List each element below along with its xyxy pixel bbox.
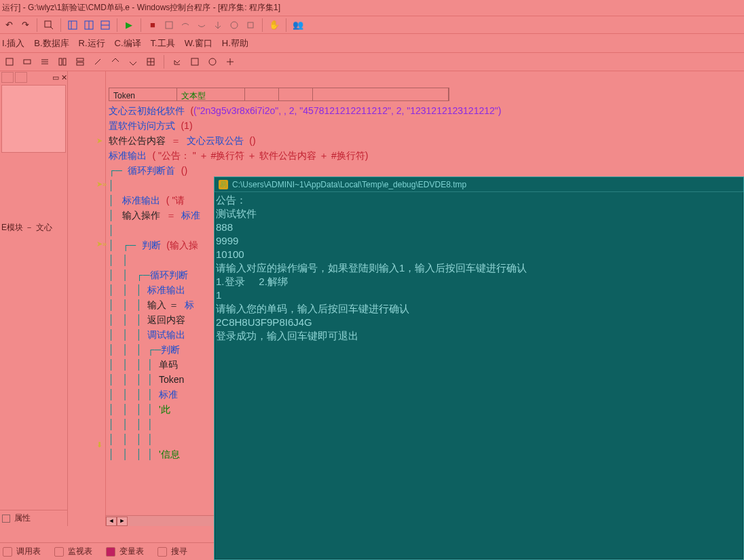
console-titlebar[interactable]: 易 C:\Users\ADMINI~1\AppData\Local\Temp\e… xyxy=(215,177,743,192)
sheet-icon xyxy=(2,515,10,523)
toolbar-separator xyxy=(60,18,61,32)
tab-calltable[interactable]: 调用表 xyxy=(16,546,41,557)
svg-rect-11 xyxy=(248,22,253,28)
svg-rect-12 xyxy=(6,58,13,65)
tb-icon[interactable] xyxy=(143,54,158,69)
panel-tab[interactable] xyxy=(1,72,14,83)
panel-tab[interactable] xyxy=(15,72,27,83)
svg-line-21 xyxy=(95,59,100,64)
layout3-icon[interactable] xyxy=(98,18,113,33)
toolbar-separator xyxy=(117,18,117,32)
svg-line-1 xyxy=(50,26,53,29)
panel-pin-icon[interactable]: ▭ ✕ xyxy=(52,73,67,82)
step3-icon[interactable] xyxy=(194,18,209,33)
tab-search[interactable]: 搜寻 xyxy=(171,546,187,557)
app-icon: 易 xyxy=(219,180,228,189)
tb-icon[interactable] xyxy=(2,54,17,69)
svg-rect-8 xyxy=(166,22,172,29)
arrow-icon: ➤» xyxy=(96,240,107,248)
tb-icon[interactable] xyxy=(126,54,141,69)
layout1-icon[interactable] xyxy=(65,18,80,33)
svg-point-26 xyxy=(209,58,216,65)
arrow-icon: ⬇ xyxy=(96,441,103,449)
undo-icon[interactable]: ↶ xyxy=(1,18,16,33)
svg-rect-17 xyxy=(59,58,62,65)
svg-point-10 xyxy=(231,22,238,29)
tb-icon[interactable] xyxy=(108,54,123,69)
tb-icon[interactable] xyxy=(20,54,35,69)
menu-help[interactable]: H.帮助 xyxy=(222,37,248,50)
step5-icon[interactable] xyxy=(227,18,242,33)
tab-icon xyxy=(54,547,64,557)
left-panel: ▭ ✕ E模块 － 文心 属性 xyxy=(0,71,68,526)
tab-vars[interactable]: 变量表 xyxy=(119,546,144,557)
layout2-icon[interactable] xyxy=(81,18,96,33)
toolbar-separator xyxy=(37,18,37,32)
menubar: I.插入 B.数据库 R.运行 C.编译 T.工具 W.窗口 H.帮助 xyxy=(0,34,744,53)
menu-run[interactable]: R.运行 xyxy=(79,37,105,50)
menu-database[interactable]: B.数据库 xyxy=(34,37,69,50)
panel-body xyxy=(1,85,66,153)
properties-tab[interactable]: 属性 xyxy=(0,510,67,526)
menu-insert[interactable]: I.插入 xyxy=(2,37,24,50)
tab-icon xyxy=(157,547,167,557)
step4-icon[interactable] xyxy=(210,18,225,33)
tb-icon[interactable] xyxy=(37,54,52,69)
svg-rect-20 xyxy=(77,62,83,65)
panel-tabs: ▭ ✕ xyxy=(0,71,67,83)
find-icon[interactable] xyxy=(41,18,56,33)
step1-icon[interactable] xyxy=(162,18,176,33)
arrow-icon: ➤» xyxy=(96,180,107,189)
menu-window[interactable]: W.窗口 xyxy=(185,37,212,50)
svg-rect-0 xyxy=(45,21,51,27)
svg-rect-25 xyxy=(191,58,198,65)
console-window[interactable]: 易 C:\Users\ADMINI~1\AppData\Local\Temp\e… xyxy=(214,176,744,560)
console-output: 公告： 测试软件 888 9999 10100 请输入对应的操作编号，如果登陆则… xyxy=(215,192,743,344)
toolbar-separator xyxy=(141,18,141,32)
tb-icon[interactable] xyxy=(223,54,238,69)
step2-icon[interactable] xyxy=(178,18,193,33)
redo-icon[interactable]: ↷ xyxy=(18,18,33,33)
tb-icon[interactable] xyxy=(170,54,185,69)
stop-icon[interactable]: ■ xyxy=(145,18,160,33)
tb-icon[interactable] xyxy=(205,54,220,69)
module-label: E模块 － 文心 xyxy=(0,154,67,234)
svg-rect-13 xyxy=(24,60,31,64)
tab-watch[interactable]: 监视表 xyxy=(68,546,92,557)
toolbar-primary: ↶ ↷ ▶ ■ ✋ 👥 xyxy=(0,16,744,34)
tb-icon[interactable] xyxy=(73,54,88,69)
tb-icon[interactable] xyxy=(90,54,105,69)
arrow-icon: ➤ xyxy=(96,136,103,145)
run-icon[interactable]: ▶ xyxy=(122,18,136,33)
toolbar-separator xyxy=(164,55,164,69)
toolbar-secondary xyxy=(0,53,744,71)
svg-rect-2 xyxy=(69,21,77,29)
tb-icon[interactable] xyxy=(55,54,70,69)
menu-compile[interactable]: C.编译 xyxy=(115,37,141,50)
scroll-right-icon[interactable]: ► xyxy=(117,517,128,526)
toolbar-separator xyxy=(262,18,263,32)
step6-icon[interactable] xyxy=(243,18,258,33)
tab-icon xyxy=(3,547,12,557)
menu-tools[interactable]: T.工具 xyxy=(151,37,175,50)
tab-icon xyxy=(106,547,115,557)
gutter: ➤ ➤» ➤» ⬇ xyxy=(68,71,106,526)
svg-rect-18 xyxy=(63,58,66,65)
console-title-text: C:\Users\ADMINI~1\AppData\Local\Temp\e_d… xyxy=(232,180,466,189)
window-title: 运行] - G:\wlyz\1新验证\CMD单码.e - Windows控制台程… xyxy=(0,0,744,16)
people-icon[interactable]: 👥 xyxy=(291,18,305,33)
tb-icon[interactable] xyxy=(187,54,202,69)
hand-icon[interactable]: ✋ xyxy=(267,18,282,33)
svg-rect-19 xyxy=(77,58,83,61)
scroll-left-icon[interactable]: ◄ xyxy=(106,517,117,526)
toolbar-separator xyxy=(286,18,286,32)
